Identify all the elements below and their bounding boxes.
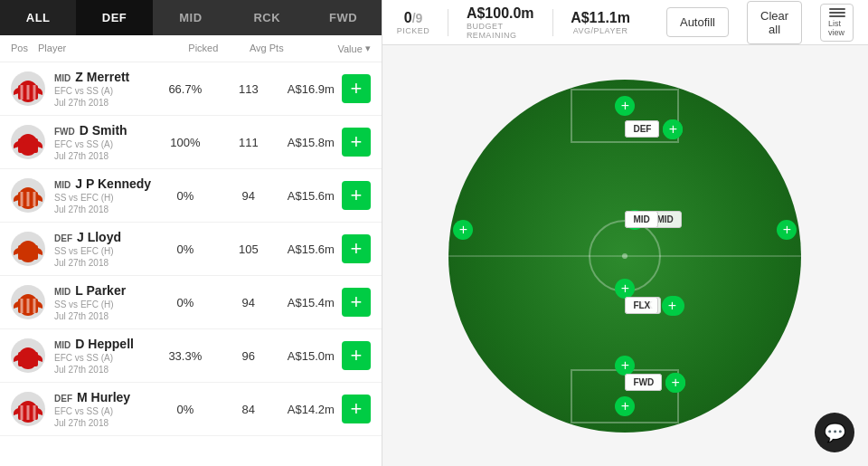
- list-view-icon: [829, 8, 845, 17]
- clear-all-button[interactable]: Clear all: [747, 1, 802, 44]
- jersey-icon: [11, 125, 45, 159]
- tab-fwd[interactable]: FWD: [305, 0, 381, 35]
- autofill-button[interactable]: Autofill: [666, 7, 729, 37]
- budget-remaining: A$100.0m: [467, 5, 534, 22]
- budget-label: BUDGET REMAINING: [467, 22, 534, 40]
- player-value: A$14.2m: [280, 403, 335, 416]
- player-avg-pts: 105: [217, 243, 280, 256]
- top-bar: 0/9 PICKED A$100.0m BUDGET REMAINING A$1…: [382, 0, 868, 45]
- player-name-line: MID L Parker: [54, 283, 154, 298]
- add-player-button[interactable]: +: [342, 234, 371, 263]
- col-header-player: Player: [38, 43, 172, 54]
- svg-rect-8: [23, 136, 33, 143]
- player-name: Z Merrett: [75, 70, 129, 84]
- add-player-button[interactable]: +: [342, 288, 371, 317]
- player-info: MID L Parker SS vs EFC (H) Jul 27th 2018: [54, 283, 154, 321]
- picked-count: 0/9: [404, 10, 423, 26]
- player-avatar: [11, 392, 45, 426]
- col-header-picked: Picked: [172, 43, 235, 54]
- player-date: Jul 27th 2018: [54, 311, 154, 321]
- player-row: DEF M Hurley EFC vs SS (A) Jul 27th 2018…: [0, 383, 382, 436]
- avg-player-stat-block: A$11.1m AVG/PLAYER: [571, 10, 630, 35]
- position-slots: + DEF + DEF + +: [448, 80, 801, 433]
- player-avg-pts: 94: [217, 189, 280, 203]
- avatar-img: [11, 392, 45, 426]
- col-header-value[interactable]: Value ▾: [298, 43, 371, 54]
- add-player-button[interactable]: +: [342, 395, 371, 423]
- divider-1: [448, 9, 448, 36]
- player-date: Jul 27th 2018: [54, 204, 154, 214]
- player-picked-pct: 100%: [154, 136, 217, 149]
- fwd-box-right: FWD: [625, 374, 662, 391]
- player-name: D Heppell: [75, 337, 134, 351]
- player-value: A$15.0m: [280, 349, 335, 363]
- column-headers: Pos Player Picked Avg Pts Value ▾: [0, 35, 382, 62]
- player-date: Jul 27th 2018: [54, 365, 154, 375]
- player-date: Jul 27th 2018: [54, 151, 154, 161]
- mid-box-right: MID: [625, 211, 657, 228]
- player-row: MID L Parker SS vs EFC (H) Jul 27th 2018…: [0, 276, 382, 329]
- player-avg-pts: 113: [217, 82, 280, 96]
- player-value: A$15.6m: [280, 243, 335, 256]
- tab-def[interactable]: DEF: [76, 0, 152, 35]
- player-value: A$15.4m: [280, 296, 335, 309]
- jersey-icon: [11, 232, 45, 266]
- bottom-add-button[interactable]: +: [615, 396, 635, 416]
- player-row: MID D Heppell EFC vs SS (A) Jul 27th 201…: [0, 329, 382, 383]
- chat-bubble[interactable]: 💬: [815, 413, 854, 452]
- player-team: EFC vs SS (A): [54, 86, 154, 96]
- budget-stat-block: A$100.0m BUDGET REMAINING: [467, 5, 534, 40]
- avatar-img: [11, 125, 45, 159]
- tab-rck[interactable]: RCK: [229, 0, 305, 35]
- avatar-img: [11, 285, 45, 319]
- player-picked-pct: 33.3%: [154, 349, 217, 363]
- player-info: FWD D Smith EFC vs SS (A) Jul 27th 2018: [54, 123, 154, 161]
- field-circle: + DEF + DEF + +: [448, 80, 801, 433]
- player-name: D Smith: [80, 123, 127, 138]
- jersey-icon: [11, 392, 45, 426]
- player-info: MID Z Merrett EFC vs SS (A) Jul 27th 201…: [54, 70, 154, 108]
- player-avg-pts: 94: [217, 296, 280, 309]
- player-picked-pct: 0%: [154, 296, 217, 309]
- col-header-avgpts: Avg Pts: [235, 43, 298, 54]
- top-add-button[interactable]: +: [615, 96, 635, 116]
- player-avg-pts: 96: [217, 349, 280, 363]
- jersey-icon: [11, 338, 45, 373]
- avg-player: A$11.1m: [571, 10, 630, 26]
- fwd-add-right[interactable]: +: [665, 373, 685, 393]
- def-slot-right: DEF +: [625, 119, 683, 139]
- add-player-button[interactable]: +: [342, 181, 371, 210]
- player-avatar: [11, 71, 45, 106]
- player-position: MID: [54, 180, 71, 190]
- player-position: MID: [54, 287, 71, 297]
- def-add-right[interactable]: +: [663, 119, 683, 139]
- player-avg-pts: 84: [217, 403, 280, 416]
- player-row: FWD D Smith EFC vs SS (A) Jul 27th 2018 …: [0, 116, 382, 169]
- avatar-img: [11, 71, 45, 106]
- tab-all[interactable]: ALL: [0, 0, 76, 35]
- add-player-button[interactable]: +: [342, 128, 371, 157]
- flx-box: FLX: [625, 297, 658, 314]
- list-view-button[interactable]: List view: [820, 4, 854, 42]
- player-date: Jul 27th 2018: [54, 98, 154, 108]
- def-box-right: DEF: [625, 120, 659, 138]
- player-avatar: [11, 178, 45, 213]
- col-header-pos: Pos: [11, 43, 38, 54]
- tab-mid[interactable]: MID: [153, 0, 229, 35]
- rck-add-right[interactable]: +: [662, 296, 682, 316]
- add-player-button[interactable]: +: [342, 341, 371, 370]
- svg-rect-17: [23, 243, 33, 250]
- player-team: EFC vs SS (A): [54, 353, 154, 363]
- player-avatar: [11, 338, 45, 373]
- player-list: MID Z Merrett EFC vs SS (A) Jul 27th 201…: [0, 62, 382, 466]
- player-name-line: DEF M Hurley: [54, 390, 154, 404]
- rck-slot-right: FLX +: [625, 296, 682, 316]
- player-value: A$15.6m: [280, 189, 335, 203]
- player-position: DEF: [54, 394, 72, 404]
- avg-label: AVG/PLAYER: [573, 26, 628, 35]
- mid-add-far-right[interactable]: +: [777, 220, 797, 240]
- fwd-slot-right: FWD +: [625, 373, 685, 393]
- add-player-button[interactable]: +: [342, 74, 371, 103]
- mid-add-far-left[interactable]: +: [453, 220, 473, 240]
- avatar-img: [11, 338, 45, 373]
